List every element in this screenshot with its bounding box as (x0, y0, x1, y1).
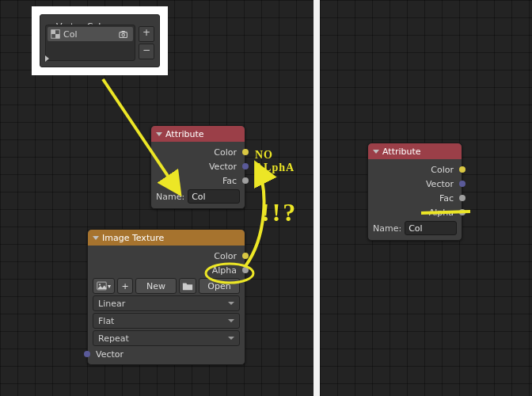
chevron-down-icon (228, 337, 234, 340)
socket-icon[interactable] (242, 267, 249, 273)
list-item[interactable]: Col (48, 27, 133, 41)
list-item-name: Col (63, 29, 77, 40)
extension-select[interactable]: Repeat (93, 330, 240, 346)
output-color[interactable]: Color (88, 249, 245, 263)
socket-icon[interactable] (242, 253, 249, 259)
output-fac[interactable]: Fac (151, 173, 245, 188)
name-label: Name: (156, 192, 184, 202)
node-collapse-icon[interactable] (373, 150, 379, 154)
svg-point-7 (99, 284, 101, 285)
add-button[interactable]: + (139, 26, 154, 42)
projection-select[interactable]: Flat (93, 313, 240, 329)
image-texture-node[interactable]: Image Texture Color Alpha ▾ + (87, 229, 245, 365)
remove-button[interactable]: − (139, 44, 154, 59)
output-color[interactable]: Color (368, 162, 462, 177)
camera-icon[interactable] (119, 30, 130, 39)
input-vector[interactable]: Vector (88, 347, 245, 361)
vertex-colors-list[interactable]: Col (45, 25, 135, 61)
socket-icon[interactable] (242, 177, 249, 184)
node-collapse-icon[interactable] (156, 132, 162, 136)
svg-rect-2 (55, 34, 59, 38)
output-fac[interactable]: Fac (368, 191, 462, 205)
attribute-name-field[interactable]: Col (405, 221, 457, 235)
svg-rect-1 (51, 30, 55, 34)
interpolation-select[interactable]: Linear (93, 295, 240, 311)
node-title: Attribute (165, 129, 204, 139)
open-button[interactable]: Open (199, 278, 240, 294)
attribute-node[interactable]: Attribute Color Vector Fac Name: (150, 125, 245, 209)
node-title: Image Texture (102, 233, 164, 243)
socket-icon[interactable] (459, 195, 466, 201)
annotation-no-alpha: NO ALphA (255, 149, 314, 174)
node-collapse-icon[interactable] (93, 236, 99, 240)
svg-rect-5 (122, 31, 125, 32)
panel-footer-disclosure[interactable] (45, 55, 49, 62)
svg-point-4 (122, 33, 125, 36)
socket-icon[interactable] (459, 181, 466, 187)
socket-icon[interactable] (84, 351, 90, 357)
new-button[interactable]: New (135, 278, 177, 294)
output-color[interactable]: Color (151, 145, 245, 159)
node-header-image-texture[interactable]: Image Texture (88, 230, 245, 246)
annotation-exclaim: !!? (261, 198, 298, 227)
node-title: Attribute (382, 147, 421, 157)
attribute-name-field[interactable]: Col (188, 189, 240, 204)
output-alpha[interactable]: Alpha (368, 205, 462, 219)
node-header-attribute[interactable]: Attribute (151, 126, 245, 142)
output-vector[interactable]: Vector (368, 177, 462, 191)
svg-rect-3 (120, 32, 127, 37)
chevron-down-icon (228, 319, 234, 322)
open-folder-icon-button[interactable] (179, 278, 196, 294)
folder-icon (182, 281, 193, 291)
vertex-colors-panel: Vertex Colors Col + − (40, 14, 160, 67)
socket-icon[interactable] (242, 149, 249, 155)
node-header-attribute[interactable]: Attribute (368, 143, 462, 159)
image-browse-button[interactable]: ▾ (93, 278, 115, 294)
output-vector[interactable]: Vector (151, 159, 245, 173)
attribute-node[interactable]: Attribute Color Vector Fac Alpha (367, 143, 462, 241)
name-label: Name: (373, 223, 401, 234)
image-icon (97, 280, 107, 291)
socket-icon[interactable] (242, 163, 249, 169)
vcol-swatch-icon (51, 29, 60, 39)
socket-icon[interactable] (459, 166, 466, 173)
socket-icon[interactable] (459, 209, 466, 215)
chevron-down-icon (228, 302, 234, 305)
new-image-plus-button[interactable]: + (117, 278, 133, 294)
output-alpha[interactable]: Alpha (88, 263, 245, 277)
